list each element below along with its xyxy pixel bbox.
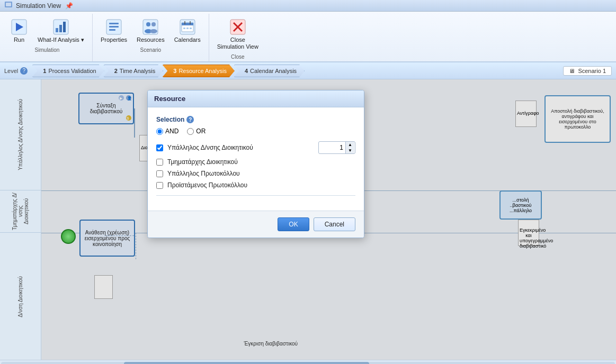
- diagram-canvas: Σύνταξη διαβιβαστικού ▶ 👤 $ Διαβιβαστικό…: [41, 79, 616, 360]
- scenario-label: Scenario 1: [578, 68, 606, 74]
- level-label: Level ?: [4, 67, 28, 75]
- checkbox-4-label: Προϊστάμενος Πρωτοκόλλου: [167, 181, 247, 189]
- step-tab-1[interactable]: 1 Process Validation: [32, 65, 104, 77]
- axis-region-1: Υπάλληλος Δ/νσης Διοικητικού: [0, 79, 41, 190]
- calendars-label: Calendars: [174, 37, 201, 43]
- svg-rect-24: [190, 28, 192, 29]
- spinner-1-down[interactable]: ▼: [346, 148, 354, 153]
- steps-bar: Level ? 1 Process Validation 2 Time Anal…: [0, 62, 616, 79]
- checkbox-row-1: Υπάλληλος Δ/νσης Διοικητικού ▲ ▼: [156, 141, 355, 154]
- axis-region-2: Τμηματάρχης Δ/νσης Διοικητικού: [0, 190, 41, 233]
- title-bar-icon: [4, 1, 13, 11]
- properties-icon: [105, 19, 122, 35]
- ribbon-group-close: CloseSimulation View Close: [209, 14, 266, 61]
- close-simulation-label: CloseSimulation View: [217, 37, 258, 50]
- spinner-1-controls: ▲ ▼: [345, 142, 354, 153]
- radio-group: AND OR: [156, 128, 355, 135]
- checkbox-2[interactable]: [156, 159, 163, 166]
- checkbox-3-label: Υπάλληλος Πρωτοκόλλου: [167, 170, 240, 177]
- axis-panel: Υπάλληλος Δ/νσης Διοικητικού Τμηματάρχης…: [0, 79, 41, 360]
- selection-label-text: Selection: [156, 116, 184, 123]
- cancel-button[interactable]: Cancel: [314, 217, 355, 231]
- calendars-icon: [179, 19, 196, 35]
- checkbox-1-label: Υπάλληλος Δ/νσης Διοικητικού: [167, 144, 253, 151]
- scenario-icon: 🖥: [569, 68, 575, 74]
- ok-button[interactable]: OK: [278, 217, 309, 231]
- simulation-group-label: Simulation: [35, 46, 60, 54]
- scenario-badge: 🖥 Scenario 1: [563, 66, 612, 76]
- svg-point-14: [151, 22, 156, 26]
- modal-overlay: Resource Selection ? AND: [41, 79, 616, 360]
- step-tab-4[interactable]: 4 Calendar Analysis: [234, 65, 305, 77]
- level-help-icon[interactable]: ?: [20, 67, 28, 75]
- svg-rect-10: [109, 26, 119, 28]
- properties-label: Properties: [101, 37, 127, 43]
- step-tab-2[interactable]: 2 Time Analysis: [103, 65, 164, 77]
- checkbox-2-label: Τμηματάρχης Διοικητικού: [167, 158, 238, 166]
- properties-button[interactable]: Properties: [97, 16, 131, 46]
- svg-rect-6: [59, 25, 62, 32]
- svg-rect-1: [6, 3, 11, 6]
- level-text: Level: [4, 68, 18, 74]
- radio-or[interactable]: OR: [187, 128, 206, 135]
- checkbox-1[interactable]: [156, 144, 163, 151]
- calendars-button[interactable]: Calendars: [171, 16, 204, 46]
- svg-rect-22: [183, 28, 185, 29]
- step-2-num: 2: [114, 68, 118, 74]
- modal-title: Resource: [154, 95, 185, 103]
- whatif-label: What-If Analysis ▾: [38, 37, 84, 43]
- whatif-icon: [52, 19, 69, 35]
- horizontal-scrollbar[interactable]: [0, 360, 616, 364]
- radio-or-label: OR: [196, 128, 206, 135]
- selection-section-label: Selection ?: [156, 116, 355, 123]
- scroll-thumb[interactable]: [124, 362, 370, 364]
- resources-button[interactable]: Resources: [133, 16, 168, 46]
- radio-and-input[interactable]: [156, 128, 163, 135]
- title-bar: Simulation View 📌: [0, 0, 616, 12]
- axis-label-3: Δ/νση Διοικητικού: [15, 274, 25, 320]
- checkbox-3[interactable]: [156, 170, 163, 177]
- modal-body: Selection ? AND OR: [148, 107, 364, 211]
- checkbox-row-4: Προϊστάμενος Πρωτοκόλλου: [156, 181, 355, 189]
- step-4-num: 4: [245, 68, 248, 74]
- ribbon-group-scenario: Properties Resources: [93, 14, 209, 61]
- radio-and[interactable]: AND: [156, 128, 178, 135]
- main-area: Υπάλληλος Δ/νσης Διοικητικού Τμηματάρχης…: [0, 79, 616, 360]
- step-3-label: Resource Analysis: [178, 68, 227, 74]
- step-1-num: 1: [43, 68, 46, 74]
- axis-region-3: Δ/νση Διοικητικού: [0, 233, 41, 360]
- modal-header: Resource: [148, 90, 364, 107]
- spinner-1-up[interactable]: ▲: [346, 142, 354, 148]
- axis-label-2: Τμηματάρχης Δ/νσης Διοικητικού: [10, 190, 31, 232]
- selection-help-icon[interactable]: ?: [186, 116, 194, 123]
- svg-rect-9: [109, 23, 119, 24]
- resource-modal: Resource Selection ? AND: [147, 90, 364, 238]
- run-button[interactable]: Run: [6, 16, 32, 46]
- svg-rect-19: [182, 23, 193, 25]
- step-3-num: 3: [173, 68, 176, 74]
- checkbox-4[interactable]: [156, 182, 163, 189]
- svg-rect-7: [63, 22, 66, 32]
- scenario-group-label: Scenario: [140, 46, 161, 54]
- step-2-label: Time Analysis: [120, 68, 155, 74]
- step-4-label: Calendar Analysis: [250, 68, 297, 74]
- close-simulation-button[interactable]: CloseSimulation View: [213, 16, 262, 53]
- spinner-1-input[interactable]: [319, 143, 345, 152]
- scroll-track[interactable]: [1, 362, 615, 364]
- modal-footer: OK Cancel: [148, 211, 364, 238]
- radio-and-label: AND: [165, 128, 178, 135]
- resources-icon: [142, 19, 159, 35]
- title-bar-label: Simulation View: [16, 2, 61, 10]
- close-group-label: Close: [231, 53, 245, 61]
- whatif-button[interactable]: What-If Analysis ▾: [34, 16, 88, 46]
- axis-label-1: Υπάλληλος Δ/νσης Διοικητικού: [15, 97, 25, 172]
- step-tab-3[interactable]: 3 Resource Analysis: [162, 65, 235, 77]
- pin-icon[interactable]: 📌: [65, 2, 73, 10]
- spinner-1[interactable]: ▲ ▼: [318, 141, 355, 154]
- run-icon: [11, 19, 28, 35]
- checkbox-row-2: Τμηματάρχης Διοικητικού: [156, 158, 355, 166]
- svg-rect-5: [56, 28, 58, 32]
- resources-label: Resources: [137, 37, 165, 43]
- radio-or-input[interactable]: [187, 128, 194, 135]
- checkbox-row-3: Υπάλληλος Πρωτοκόλλου: [156, 170, 355, 177]
